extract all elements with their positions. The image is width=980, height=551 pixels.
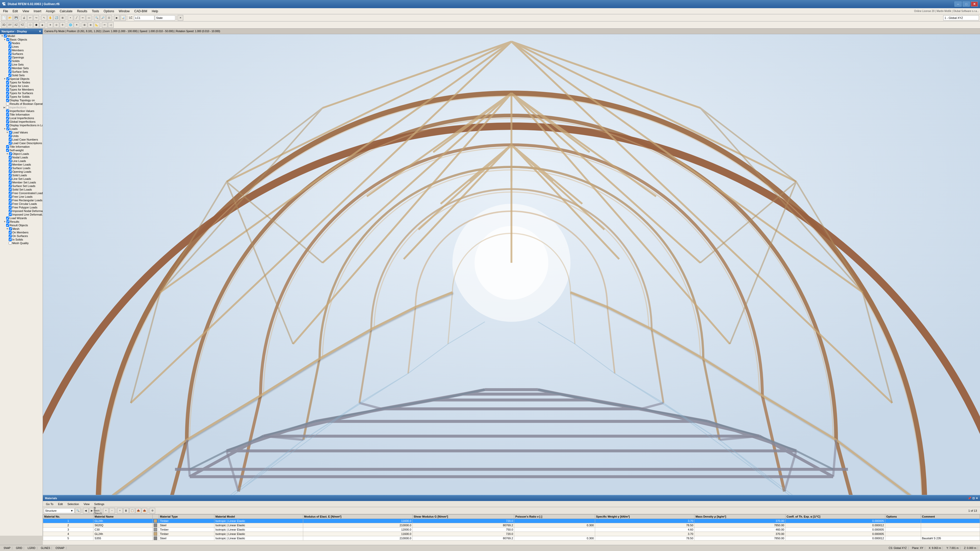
nav-check-lc-descriptions[interactable]	[9, 141, 12, 144]
nav-check-display-topology[interactable]	[6, 99, 9, 102]
table-row[interactable]: 4 GL24h Timber Isotropic | Linear Elasti…	[43, 532, 980, 536]
line-button[interactable]: ╱	[74, 15, 80, 21]
nav-check-in-solids[interactable]	[9, 238, 12, 241]
nav-check-free-rect-loads[interactable]	[9, 199, 12, 202]
nav-item-basic-objects[interactable]: ▼ Basic Objects	[0, 38, 43, 41]
nav-check-solid-loads[interactable]	[9, 174, 12, 177]
results-button[interactable]: 📊	[120, 15, 126, 21]
new-button[interactable]: 📄	[1, 15, 6, 21]
scale-button[interactable]: ⊞	[60, 15, 65, 21]
nav-check-mesh-quality[interactable]	[9, 241, 12, 245]
nav-check-imperfection-values[interactable]	[6, 110, 9, 113]
nav-check-types-surfaces[interactable]	[6, 92, 9, 95]
materials-edit[interactable]: Edit	[56, 502, 65, 506]
minimize-button[interactable]: ─	[955, 2, 962, 6]
nav-check-line-sets[interactable]	[8, 63, 11, 66]
nav-item-line-set-loads[interactable]: Line Set Loads	[0, 177, 43, 181]
nav-check-solid-sets[interactable]	[8, 74, 11, 77]
materials-close-icon[interactable]: ✕	[976, 497, 978, 500]
zoom-out-button[interactable]: 🔎	[100, 15, 106, 21]
nav-item-surfaces[interactable]: ▶ Surfaces	[0, 52, 43, 56]
coord-system-dropdown[interactable]: 1 - Global XYZ	[943, 15, 979, 21]
nav-item-free-circ-loads[interactable]: Free Circular Loads	[0, 202, 43, 206]
nav-item-member-sets[interactable]: ▶ Member Sets	[0, 66, 43, 70]
orbit-button[interactable]: ⊙	[54, 22, 59, 28]
nav-check-imperfections[interactable]	[6, 106, 9, 109]
nav-check-lc-numbers[interactable]	[9, 138, 12, 141]
viewport[interactable]: Camera Fly Mode | Position: (0.261, 8.18…	[43, 29, 980, 536]
nav-item-member-loads[interactable]: Member Loads	[0, 163, 43, 166]
nav-item-line-sets[interactable]: ▶ Line Sets	[0, 63, 43, 66]
calculate-button[interactable]: ▶	[114, 15, 120, 21]
nav-item-mesh-quality[interactable]: Mesh Quality	[0, 241, 43, 245]
nav-check-nodal-loads[interactable]	[9, 156, 12, 159]
nav-check-solids[interactable]	[8, 59, 11, 62]
nav-item-types-solids[interactable]: Types for Solids	[0, 95, 43, 98]
nav-check-opening-loads[interactable]	[9, 170, 12, 173]
mat-export-btn[interactable]: 📤	[142, 508, 147, 513]
print-button[interactable]: 🖨	[21, 15, 27, 21]
nav-item-member-set-loads[interactable]: Member Set Loads	[0, 181, 43, 184]
mat-add-btn[interactable]: +	[117, 508, 123, 513]
render-button[interactable]: 🌐	[68, 22, 73, 28]
nav-check-lines[interactable]	[8, 45, 11, 48]
nav-check-global-imperfections[interactable]	[6, 120, 9, 123]
nav-check-display-imperfections[interactable]	[6, 124, 9, 127]
light-button[interactable]: ☀	[74, 22, 80, 28]
redo-button[interactable]: ↪	[33, 15, 39, 21]
fly-mode-button[interactable]: ✈	[48, 22, 53, 28]
delete-results-button[interactable]: ✕	[178, 15, 183, 21]
materials-goto[interactable]: Go To	[44, 502, 56, 506]
nav-check-types-solids[interactable]	[6, 95, 9, 98]
lc-dropdown[interactable]: LC1	[134, 15, 154, 21]
status-osnap[interactable]: OSNAP	[54, 547, 66, 549]
nav-check-self-weight[interactable]	[6, 149, 9, 152]
nav-item-model[interactable]: ▼ Model	[0, 34, 43, 38]
nav-item-title-info-loads[interactable]: Title Information	[0, 145, 43, 148]
nav-check-types-nodes[interactable]	[6, 81, 9, 84]
mat-settings-btn[interactable]: ⚙	[150, 508, 155, 513]
nav-check-imposed-nodal[interactable]	[9, 210, 12, 213]
nav-item-global-imperfections[interactable]: Global Imperfections	[0, 120, 43, 124]
nav-check-surfaces[interactable]	[8, 52, 11, 56]
materials-selection[interactable]: Selection	[65, 502, 81, 506]
nav-check-member-sets[interactable]	[8, 67, 11, 70]
nav-item-imposed-line[interactable]: Imposed Line Deformati...	[0, 213, 43, 216]
nav-check-mesh[interactable]	[9, 227, 12, 230]
mat-zoom-in-btn[interactable]: +	[103, 508, 109, 513]
view-yz-button[interactable]: YZ	[19, 22, 25, 28]
member-button[interactable]: ═	[80, 15, 86, 21]
nav-item-types-surfaces[interactable]: Types for Surfaces	[0, 91, 43, 95]
menu-cad-bim[interactable]: CAD-BIM	[132, 9, 149, 14]
nav-check-on-members[interactable]	[9, 231, 12, 234]
nav-item-display-topology[interactable]: Display Topology on	[0, 98, 43, 102]
materials-float-icon[interactable]: ⊡	[972, 497, 975, 500]
nav-check-types-lines[interactable]	[6, 84, 9, 87]
materials-settings[interactable]: Settings	[92, 502, 107, 506]
nav-item-load-values[interactable]: ▼ Load Values	[0, 130, 43, 134]
nav-check-surface-loads[interactable]	[9, 167, 12, 170]
nav-item-free-rect-loads[interactable]: Free Rectangular Loads	[0, 198, 43, 202]
nav-item-lc-descriptions[interactable]: Load Case Descriptions	[0, 141, 43, 145]
nav-check-openings[interactable]	[8, 56, 11, 59]
nav-check-load-values[interactable]	[9, 131, 12, 134]
mat-copy-btn[interactable]: 📋	[129, 508, 135, 513]
close-button[interactable]: ✕	[971, 2, 978, 6]
materials-filter-dropdown[interactable]: Structure ▼	[44, 508, 75, 513]
nav-check-load-wizards[interactable]	[6, 217, 9, 220]
nav-item-imperfections[interactable]: ▶ Imperfections	[0, 106, 43, 109]
mat-zoom-out-btn[interactable]: −	[109, 508, 115, 513]
transparent-button[interactable]: ◈	[40, 22, 45, 28]
maximize-button[interactable]: □	[963, 2, 970, 6]
menu-file[interactable]: File	[1, 9, 10, 14]
solid-button[interactable]: ⬢	[33, 22, 39, 28]
nav-check-member-set-loads[interactable]	[9, 181, 12, 184]
nav-item-imposed-nodal[interactable]: Imposed Nodal Deforma...	[0, 209, 43, 213]
view3d-button[interactable]: 3D	[1, 22, 6, 28]
nav-item-units[interactable]: Units	[0, 134, 43, 138]
menu-view[interactable]: View	[21, 9, 31, 14]
move-button[interactable]: ✋	[48, 15, 53, 21]
snap-button[interactable]: ⊕	[88, 22, 94, 28]
materials-view[interactable]: View	[81, 502, 92, 506]
nav-item-load-wizards[interactable]: Load Wizards	[0, 216, 43, 220]
